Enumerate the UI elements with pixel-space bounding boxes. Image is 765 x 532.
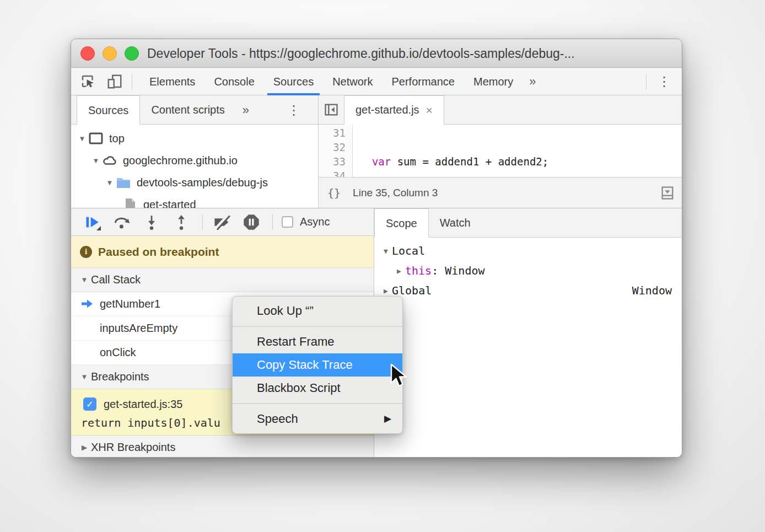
tab-watch[interactable]: Watch [429, 208, 482, 238]
device-toolbar-icon [106, 73, 123, 90]
disclosure-closed-icon: ▶ [78, 443, 91, 452]
tab-scope[interactable]: Scope [374, 208, 429, 238]
collapse-sidebar-icon [324, 102, 339, 117]
tree-item-top[interactable]: ▼ top [71, 127, 318, 149]
tab-network[interactable]: Network [323, 68, 382, 95]
line-number: 31 [319, 126, 346, 140]
resume-button[interactable] [82, 212, 102, 232]
step-over-button[interactable] [112, 212, 132, 232]
breakpoint-location-label: get-started.js:35 [104, 398, 182, 411]
code-lines: var sum = addend1 + addend2; label.textC… [353, 125, 682, 177]
breakpoints-title: Breakpoints [91, 370, 149, 383]
menu-item-copy-stack-trace[interactable]: Copy Stack Trace [233, 353, 402, 377]
zoom-window-button[interactable] [125, 46, 139, 61]
call-stack-header[interactable]: ▼ Call Stack [71, 268, 374, 292]
step-into-button[interactable] [142, 212, 161, 232]
disclosure-closed-icon[interactable]: ▶ [380, 287, 392, 295]
menu-item-look-up[interactable]: Look Up “” [233, 299, 402, 323]
stack-frame-label: getNumber1 [100, 298, 160, 310]
scope-this-row[interactable]: ▶ this: Window [374, 261, 682, 281]
step-out-button[interactable] [171, 212, 191, 232]
async-checkbox[interactable] [282, 216, 293, 228]
debugger-toolbar: Async [71, 208, 374, 236]
pretty-print-button[interactable]: {} [327, 186, 341, 200]
code-editor[interactable]: 31 32 33 34 var sum = addend1 + addend2;… [319, 125, 682, 177]
main-menu-button[interactable]: ⋮ [654, 74, 674, 89]
frame-icon [88, 132, 104, 145]
tab-console[interactable]: Console [204, 68, 263, 95]
line-number: 32 [319, 140, 346, 154]
breakpoint-checkbox[interactable]: ✓ [83, 397, 96, 411]
deactivate-breakpoints-button[interactable] [212, 212, 231, 232]
inspect-cursor-icon [80, 73, 96, 90]
cloud-icon [101, 154, 118, 167]
tab-content-scripts[interactable]: Content scripts [140, 95, 235, 125]
titlebar[interactable]: Developer Tools - https://googlechrome.g… [71, 39, 682, 68]
close-tab-icon[interactable]: × [426, 95, 433, 125]
scope-local-label: Local [392, 244, 425, 257]
sources-upper-area: Sources Content scripts » ⋮ ▼ top ▼ [71, 95, 682, 208]
menu-item-blackbox-script[interactable]: Blackbox Script [233, 377, 402, 400]
scope-this-value: Window [445, 264, 484, 277]
scope-global-row[interactable]: ▶ Global Window [374, 281, 682, 300]
devtools-window: Developer Tools - https://googlechrome.g… [71, 39, 682, 458]
more-tabs-button[interactable]: » [522, 74, 542, 89]
tab-elements[interactable]: Elements [140, 68, 204, 95]
tab-sources[interactable]: Sources [264, 68, 323, 95]
context-menu: Look Up “” Restart Frame Copy Stack Trac… [232, 296, 403, 434]
expand-status-button[interactable] [660, 185, 675, 201]
disclosure-open-icon[interactable]: ▼ [104, 179, 115, 187]
file-tree: ▼ top ▼ googlechrome.github.io ▼ [71, 125, 318, 216]
deactivate-breakpoints-icon [213, 214, 230, 230]
inspect-element-button[interactable] [79, 72, 98, 91]
tab-file-get-started[interactable]: get-started.js × [344, 95, 444, 125]
current-frame-icon [80, 299, 95, 310]
disclosure-open-icon: ▼ [78, 276, 91, 284]
step-over-icon [114, 214, 130, 230]
scope-tree: ▼ Local ▶ this: Window ▶ Global Window [374, 238, 682, 300]
close-window-button[interactable] [80, 46, 95, 61]
line-number-gutter: 31 32 33 34 [319, 125, 353, 177]
menu-item-restart-frame[interactable]: Restart Frame [233, 330, 402, 353]
more-navigator-tabs-button[interactable]: » [236, 95, 256, 124]
tab-performance[interactable]: Performance [382, 68, 465, 95]
frame-indent [80, 323, 95, 334]
xhr-breakpoints-header[interactable]: ▶ XHR Breakpoints [71, 436, 374, 458]
scope-global-label: Global [392, 284, 432, 297]
minimize-window-button[interactable] [103, 46, 117, 61]
stack-frame-label: onClick [100, 346, 136, 359]
toolbar-divider [132, 74, 132, 89]
disclosure-open-icon[interactable]: ▼ [90, 157, 101, 165]
disclosure-open-icon: ▼ [78, 373, 91, 381]
disclosure-open-icon[interactable]: ▼ [380, 247, 392, 255]
tree-item-label: top [109, 132, 125, 145]
window-title: Developer Tools - https://googlechrome.g… [147, 39, 671, 68]
info-icon: i [80, 246, 92, 258]
scope-global-value: Window [632, 284, 682, 297]
mouse-cursor [389, 363, 408, 389]
paused-message: Paused on breakpoint [98, 245, 219, 259]
menu-item-speech[interactable]: Speech ▶ [233, 407, 402, 431]
tree-item-domain[interactable]: ▼ googlechrome.github.io [71, 149, 318, 171]
tab-sources-files[interactable]: Sources [77, 95, 140, 125]
tree-item-label: googlechrome.github.io [123, 154, 238, 167]
editor-tab-strip: get-started.js × [319, 95, 682, 125]
collapse-sidebar-button[interactable] [319, 95, 344, 124]
disclosure-closed-icon[interactable]: ▶ [393, 267, 405, 275]
navigator-tab-strip: Sources Content scripts » ⋮ [71, 95, 318, 125]
tab-memory[interactable]: Memory [464, 68, 522, 95]
navigator-menu-button[interactable]: ⋮ [284, 95, 304, 124]
step-out-icon [174, 214, 188, 230]
file-navigator-pane: Sources Content scripts » ⋮ ▼ top ▼ [71, 95, 319, 208]
disclosure-open-icon[interactable]: ▼ [77, 135, 88, 143]
toolbar-divider [202, 214, 203, 230]
tree-item-label: devtools-samples/debug-js [137, 176, 268, 189]
paused-banner: i Paused on breakpoint [71, 236, 374, 268]
tree-item-folder[interactable]: ▼ devtools-samples/debug-js [71, 171, 318, 194]
device-toolbar-button[interactable] [105, 72, 124, 91]
devtools-main-toolbar: Elements Console Sources Network Perform… [71, 68, 682, 95]
pause-on-exceptions-button[interactable] [241, 212, 261, 232]
stack-frame-label: inputsAreEmpty [100, 322, 177, 335]
scope-local-row[interactable]: ▼ Local [374, 241, 682, 261]
line-number: 33 [319, 154, 346, 169]
